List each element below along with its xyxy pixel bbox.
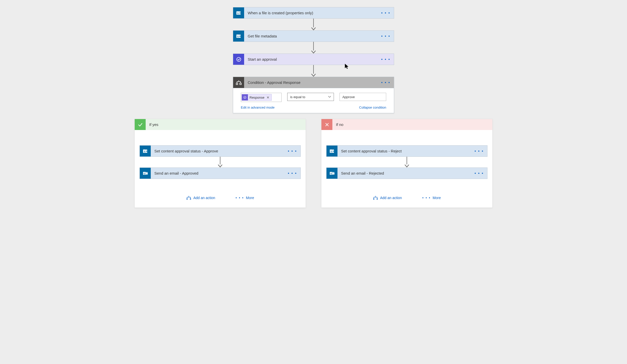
add-action-button[interactable]: Add an action xyxy=(373,195,402,200)
add-action-icon xyxy=(186,195,191,200)
more-icon[interactable]: • • • xyxy=(288,171,297,176)
outlook-icon: O xyxy=(140,168,151,179)
more-icon[interactable]: • • • xyxy=(288,149,297,153)
condition-title: Condition - Approval Response xyxy=(248,80,300,85)
ellipsis-icon: • • • xyxy=(422,196,431,200)
collapse-condition-link[interactable]: Collapse condition xyxy=(359,106,386,109)
trigger-card[interactable]: S When a file is created (properties onl… xyxy=(233,7,394,19)
arrow-icon xyxy=(218,157,222,167)
outlook-icon: O xyxy=(327,168,337,179)
send-email-rejected-card[interactable]: O Send an email - Rejected • • • xyxy=(326,167,487,179)
svg-point-11 xyxy=(244,96,246,98)
cursor-icon xyxy=(344,63,349,69)
get-metadata-card[interactable]: S Get file metadata • • • xyxy=(233,30,394,42)
more-icon[interactable]: • • • xyxy=(474,149,484,153)
if-yes-branch: If yes S Set content approval status - A… xyxy=(134,119,306,208)
svg-text:S: S xyxy=(330,150,332,152)
more-icon[interactable]: • • • xyxy=(381,80,390,85)
sharepoint-icon: S xyxy=(233,31,244,42)
arrow-icon xyxy=(311,42,316,54)
close-icon xyxy=(321,119,332,130)
if-yes-header: If yes xyxy=(135,119,306,130)
svg-point-6 xyxy=(239,34,241,36)
svg-text:O: O xyxy=(330,172,332,175)
svg-rect-9 xyxy=(236,83,238,85)
chevron-down-icon xyxy=(328,96,331,98)
dynamic-token[interactable]: Response ✕ xyxy=(242,94,272,101)
sharepoint-icon: S xyxy=(140,146,151,157)
arrow-icon xyxy=(405,157,409,167)
if-no-branch: If no S Set content approval status - Re… xyxy=(321,119,493,208)
if-no-header: If no xyxy=(321,119,492,130)
svg-point-24 xyxy=(332,151,334,153)
svg-point-2 xyxy=(239,11,241,13)
svg-point-29 xyxy=(377,199,378,199)
branch-title: If no xyxy=(336,122,343,127)
action-title: Send an email - Approved xyxy=(154,171,198,175)
svg-point-7 xyxy=(239,36,241,38)
more-button[interactable]: • • • More xyxy=(236,195,254,200)
svg-point-19 xyxy=(187,199,187,199)
branch-title: If yes xyxy=(149,122,158,127)
svg-text:S: S xyxy=(237,12,239,14)
ellipsis-icon: • • • xyxy=(236,196,244,200)
action-title: Get file metadata xyxy=(248,34,277,38)
add-action-button[interactable]: Add an action xyxy=(186,195,215,200)
start-approval-card[interactable]: Start an approval • • • xyxy=(233,54,394,65)
set-approval-reject-card[interactable]: S Set content approval status - Reject •… xyxy=(326,145,487,157)
more-icon[interactable]: • • • xyxy=(381,57,390,62)
approval-icon xyxy=(242,94,248,100)
svg-point-23 xyxy=(332,149,334,151)
condition-icon xyxy=(233,77,244,88)
check-icon xyxy=(135,119,146,130)
action-title: Send an email - Rejected xyxy=(341,171,384,175)
edit-advanced-link[interactable]: Edit in advanced mode xyxy=(241,106,274,109)
svg-point-3 xyxy=(239,13,241,14)
arrow-icon xyxy=(311,65,316,77)
action-title: Set content approval status - Reject xyxy=(341,149,402,153)
sharepoint-icon: S xyxy=(327,146,337,157)
set-approval-approve-card[interactable]: S Set content approval status - Approve … xyxy=(140,145,301,157)
arrow-icon xyxy=(311,19,316,30)
svg-point-14 xyxy=(146,149,147,151)
condition-value-input[interactable]: Approve xyxy=(340,93,386,101)
send-email-approved-card[interactable]: O Send an email - Approved • • • xyxy=(140,167,301,179)
more-icon[interactable]: • • • xyxy=(474,171,484,176)
condition-value: Approve xyxy=(342,95,355,99)
approval-icon xyxy=(233,54,244,65)
svg-text:S: S xyxy=(144,150,145,152)
sharepoint-icon: S xyxy=(233,7,244,18)
svg-point-15 xyxy=(146,151,147,153)
action-title: Start an approval xyxy=(248,57,277,61)
svg-point-28 xyxy=(373,199,374,199)
svg-point-20 xyxy=(190,199,191,199)
svg-text:S: S xyxy=(237,35,239,37)
trigger-title: When a file is created (properties only) xyxy=(248,11,313,15)
more-button[interactable]: • • • More xyxy=(422,195,441,200)
more-icon[interactable]: • • • xyxy=(381,34,390,38)
svg-rect-10 xyxy=(240,83,241,85)
condition-card[interactable]: Condition - Approval Response • • • Resp… xyxy=(233,77,394,113)
svg-point-8 xyxy=(237,57,241,61)
condition-operator-select[interactable]: is equal to xyxy=(287,93,334,101)
svg-text:O: O xyxy=(144,172,145,175)
remove-token-icon[interactable]: ✕ xyxy=(267,96,269,99)
add-action-icon xyxy=(373,195,378,200)
token-label: Response xyxy=(249,96,265,99)
condition-branches: If yes S Set content approval status - A… xyxy=(134,119,493,208)
more-icon[interactable]: • • • xyxy=(381,11,390,15)
condition-left-operand[interactable]: Response ✕ xyxy=(241,93,282,102)
action-title: Set content approval status - Approve xyxy=(154,149,218,153)
operator-value: is equal to xyxy=(290,95,305,99)
